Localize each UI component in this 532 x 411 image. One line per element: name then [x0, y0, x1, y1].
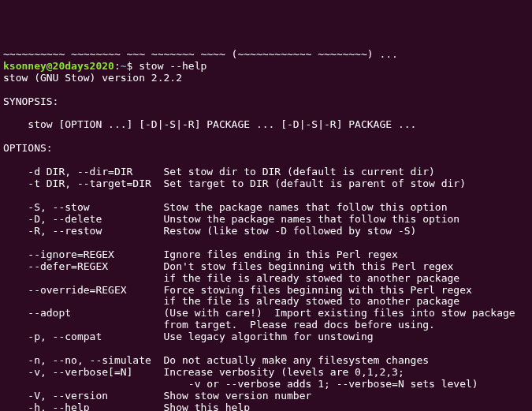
output-line: -R, --restow Restow (like stow -D follow…: [3, 225, 416, 237]
output-line: stow (GNU Stow) version 2.2.2: [3, 72, 182, 84]
output-line: -D, --delete Unstow the package names th…: [3, 213, 459, 225]
output-line: --ignore=REGEX Ignore files ending in th…: [3, 248, 398, 260]
output-line: -n, --no, --simulate Do not actually mak…: [3, 354, 429, 366]
output-line: -S, --stow Stow the package names that f…: [3, 201, 448, 213]
output-line: -v, --verbose[=N] Increase verbosity (le…: [3, 366, 404, 378]
output-line: -p, --compat Use legacy algorithm for un…: [3, 331, 374, 342]
output-line: stow [OPTION ...] [-D|-S|-R] PACKAGE ...…: [3, 118, 416, 130]
output-line: -t DIR, --target=DIR Set target to DIR (…: [3, 177, 466, 189]
output-line: -h, --help Show this help: [3, 402, 250, 411]
truncated-line: ~~~~~~~~~~ ~~~~~~~~ ~~~ ~~~~~~~ ~~~~ (~~…: [3, 48, 398, 60]
output-line: if the file is already stowed to another…: [3, 272, 459, 284]
output-line: --override=REGEX Force stowing files beg…: [3, 284, 472, 296]
output-line: if the file is already stowed to another…: [3, 295, 459, 307]
prompt-colon: :: [114, 60, 121, 72]
command-input: stow --help: [139, 60, 206, 72]
prompt-userhost: ksonney@20days2020: [3, 60, 114, 72]
output-line: -d DIR, --dir=DIR Set stow dir to DIR (d…: [3, 166, 435, 177]
output-line: --adopt (Use with care!) Import existing…: [3, 307, 515, 319]
output-line: --defer=REGEX Don't stow files beginning…: [3, 260, 453, 272]
prompt-dollar: $: [127, 60, 140, 72]
output-line: SYNOPSIS:: [3, 95, 58, 107]
output-line: -V, --version Show stow version number: [3, 390, 311, 402]
output-line: -v or --verbose adds 1; --verbose=N sets…: [3, 378, 478, 390]
prompt-path: ~: [121, 60, 127, 72]
output-line: from target. Please read docs before usi…: [3, 319, 435, 331]
output-line: OPTIONS:: [3, 142, 53, 154]
terminal-output[interactable]: ~~~~~~~~~~ ~~~~~~~~ ~~~ ~~~~~~~ ~~~~ (~~…: [3, 49, 529, 411]
